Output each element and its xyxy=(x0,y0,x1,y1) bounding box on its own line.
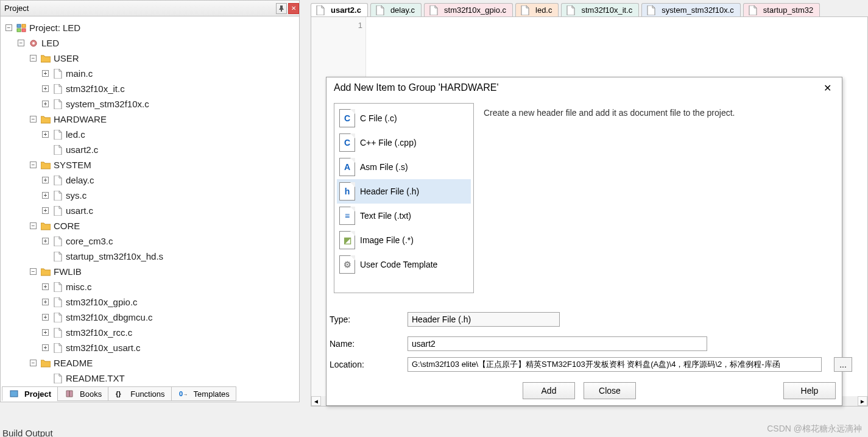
group-hardware-icon xyxy=(40,115,51,124)
file-node-icon xyxy=(52,313,63,322)
tree-toggle[interactable]: − xyxy=(18,40,24,46)
group-hardware[interactable]: −HARDWARE xyxy=(3,112,297,127)
file-type-option[interactable]: ⚙User Code Template xyxy=(337,252,471,277)
project-tree[interactable]: −Project: LED−LED−USER+main.c+stm32f10x_… xyxy=(1,16,299,386)
file-node[interactable]: +core_cm3.c xyxy=(3,233,297,249)
file-type-option[interactable]: hHeader File (.h) xyxy=(337,179,471,204)
tree-toggle[interactable]: + xyxy=(42,70,49,77)
file-type-icon: ≡ xyxy=(339,207,355,225)
bottom-tab-label: Functions xyxy=(130,389,164,399)
panel-close-button[interactable]: ✕ xyxy=(288,3,299,14)
type-label: Type: xyxy=(330,314,397,324)
scroll-right-icon[interactable]: ► xyxy=(858,396,867,406)
tree-toggle[interactable]: + xyxy=(42,314,49,321)
editor-tab[interactable]: led.c xyxy=(515,3,559,16)
file-node[interactable]: +stm32f10x_dbgmcu.c xyxy=(3,310,297,325)
group-user[interactable]: −USER xyxy=(3,51,297,66)
tree-toggle[interactable]: + xyxy=(42,131,49,138)
project-root[interactable]: −Project: LED xyxy=(3,20,297,35)
file-node[interactable]: +stm32f10x_it.c xyxy=(3,81,297,96)
file-node-icon xyxy=(52,191,63,201)
file-node[interactable]: +led.c xyxy=(3,127,297,142)
file-node[interactable]: usart2.c xyxy=(3,142,297,157)
editor-tab-label: led.c xyxy=(535,5,552,15)
tree-toggle[interactable]: + xyxy=(42,85,49,92)
tree-toggle[interactable]: − xyxy=(30,55,37,62)
tree-toggle[interactable]: + xyxy=(42,177,49,183)
file-type-option[interactable]: CC File (.c) xyxy=(337,106,471,130)
dialog-close-button[interactable]: ✕ xyxy=(820,82,834,94)
file-node[interactable]: +delay.c xyxy=(3,172,297,188)
file-node[interactable]: +system_stm32f10x.c xyxy=(3,96,297,112)
editor-tab[interactable]: stm32f10x_gpio.c xyxy=(424,3,513,16)
file-node[interactable]: startup_stm32f10x_hd.s xyxy=(3,249,297,264)
editor-tab[interactable]: usart2.c xyxy=(311,3,368,16)
group-fwlib[interactable]: −FWLIB xyxy=(3,264,297,279)
browse-button[interactable]: ... xyxy=(834,357,852,372)
bottom-tab-project[interactable]: Project xyxy=(2,386,58,401)
file-type-list[interactable]: CC File (.c)CC++ File (.cpp)AAsm File (.… xyxy=(334,103,474,293)
bottom-tab-functions[interactable]: {}Functions xyxy=(108,386,171,401)
add-button[interactable]: Add xyxy=(523,382,575,399)
tree-toggle[interactable]: − xyxy=(30,116,37,123)
tree-toggle[interactable]: − xyxy=(30,162,37,168)
tree-toggle[interactable]: − xyxy=(30,268,37,275)
project-panel: Project ✕ −Project: LED−LED−USER+main.c+… xyxy=(0,0,300,402)
editor-tab[interactable]: delay.c xyxy=(370,3,422,16)
name-input[interactable] xyxy=(408,336,707,351)
panel-pin-button[interactable] xyxy=(276,3,287,14)
file-type-label: Header File (.h) xyxy=(360,187,419,196)
svg-rect-0 xyxy=(17,24,21,27)
bottom-tab-templates[interactable]: 0→Templates xyxy=(171,386,236,401)
templates-icon: 0→ xyxy=(178,389,189,399)
tree-toggle[interactable]: + xyxy=(42,207,49,214)
tree-toggle[interactable]: + xyxy=(42,238,49,244)
file-node[interactable]: README.TXT xyxy=(3,371,297,386)
functions-icon: {} xyxy=(115,389,125,399)
file-type-option[interactable]: AAsm File (.s) xyxy=(337,155,471,179)
tree-toggle[interactable]: + xyxy=(42,101,49,107)
file-type-option[interactable]: ≡Text File (.txt) xyxy=(337,204,471,228)
project-panel-title: Project xyxy=(4,4,275,13)
scroll-left-icon[interactable]: ◄ xyxy=(311,396,321,406)
file-node[interactable]: +stm32f10x_rcc.c xyxy=(3,325,297,340)
file-type-option[interactable]: CC++ File (.cpp) xyxy=(337,130,471,155)
group-system[interactable]: −SYSTEM xyxy=(3,157,297,172)
bottom-tab-label: Books xyxy=(80,389,102,399)
editor-tab[interactable]: stm32f10x_it.c xyxy=(561,3,639,16)
editor-tab[interactable]: system_stm32f10x.c xyxy=(641,3,741,16)
group-core[interactable]: −CORE xyxy=(3,218,297,233)
location-input[interactable] xyxy=(408,357,822,372)
editor-tab-label: stm32f10x_it.c xyxy=(581,5,632,15)
close-button[interactable]: Close xyxy=(584,382,636,399)
target-node[interactable]: −LED xyxy=(3,35,297,51)
tree-toggle[interactable]: + xyxy=(42,299,49,305)
tree-toggle[interactable]: − xyxy=(30,222,37,229)
tree-toggle[interactable]: + xyxy=(42,283,49,290)
file-node[interactable]: +stm32f10x_gpio.c xyxy=(3,294,297,310)
tree-toggle[interactable]: + xyxy=(42,344,49,351)
project-bottom-tabs: ProjectBooks{}Functions0→Templates xyxy=(2,386,236,402)
tree-toggle[interactable]: + xyxy=(42,329,49,336)
tree-toggle[interactable]: − xyxy=(5,24,12,31)
bottom-tab-books[interactable]: Books xyxy=(57,386,108,401)
file-node[interactable]: +usart.c xyxy=(3,203,297,218)
tree-label: stm32f10x_rcc.c xyxy=(66,325,132,340)
svg-rect-2 xyxy=(17,29,21,32)
file-node[interactable]: +sys.c xyxy=(3,188,297,203)
file-node[interactable]: +main.c xyxy=(3,66,297,81)
file-type-icon: ◩ xyxy=(339,231,355,249)
editor-tab[interactable]: startup_stm32 xyxy=(743,3,820,16)
dialog-titlebar: Add New Item to Group 'HARDWARE' ✕ xyxy=(326,77,842,98)
tree-toggle[interactable]: + xyxy=(42,192,49,199)
target-node-icon xyxy=(28,38,39,48)
file-node[interactable]: +misc.c xyxy=(3,279,297,294)
file-node[interactable]: +stm32f10x_usart.c xyxy=(3,340,297,355)
tree-toggle[interactable]: − xyxy=(30,360,37,366)
file-type-icon: h xyxy=(339,182,355,201)
group-readme[interactable]: −README xyxy=(3,355,297,371)
file-type-option[interactable]: ◩Image File (.*) xyxy=(337,228,471,252)
project-root-icon xyxy=(16,23,27,33)
add-new-item-dialog: Add New Item to Group 'HARDWARE' ✕ CC Fi… xyxy=(326,77,842,406)
help-button[interactable]: Help xyxy=(783,382,836,399)
